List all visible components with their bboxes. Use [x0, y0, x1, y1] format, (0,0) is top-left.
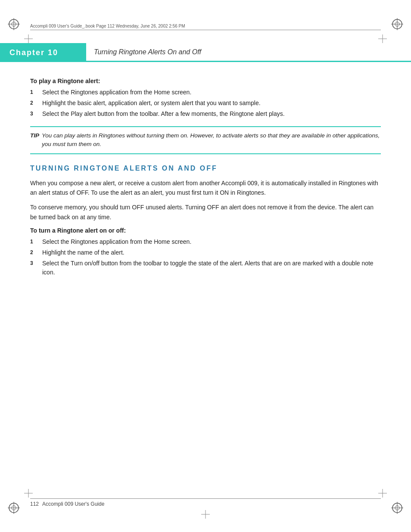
- crosshair-bl: [24, 489, 33, 498]
- play-section: To play a Ringtone alert: 1 Select the R…: [30, 78, 381, 118]
- footer-page-num: 112: [30, 501, 39, 507]
- play-step-3: 3 Select the Play alert button from the …: [30, 109, 381, 118]
- chapter-header: Chapter 10 Turning Ringtone Alerts On an…: [0, 43, 411, 62]
- step-num-2: 2: [30, 99, 38, 108]
- reg-mark-bl: [8, 502, 20, 514]
- play-step-3-text: Select the Play alert button from the to…: [42, 109, 285, 118]
- crosshair-tl: [24, 34, 33, 43]
- reg-mark-br: [391, 502, 403, 514]
- crosshair-tr: [378, 34, 387, 43]
- meta-line: Accompli 009 User's Guide_.book Page 112…: [30, 24, 381, 30]
- tip-box: TIP You can play alerts in Ringtones wit…: [30, 126, 381, 154]
- step-num-1: 1: [30, 88, 38, 97]
- play-step-2-text: Highlight the basic alert, application a…: [42, 99, 261, 108]
- play-steps-list: 1 Select the Ringtones application from …: [30, 88, 381, 118]
- turn-on-off-heading: To turn a Ringtone alert on or off:: [30, 227, 381, 234]
- play-section-heading: To play a Ringtone alert:: [30, 78, 381, 84]
- turn-step-num-3: 3: [30, 259, 38, 277]
- turning-section-heading: TURNING RINGTONE ALERTS ON AND OFF: [30, 165, 381, 172]
- reg-mark-tr: [391, 18, 403, 30]
- chapter-title: Turning Ringtone Alerts On and Off: [86, 43, 411, 62]
- turning-para-2: To conserve memory, you should turn OFF …: [30, 202, 381, 222]
- turning-section: TURNING RINGTONE ALERTS ON AND OFF When …: [30, 165, 381, 277]
- footer-title: Accompli 009 User's Guide: [42, 501, 104, 507]
- turn-step-1-text: Select the Ringtones application from th…: [42, 237, 191, 246]
- turn-step-3-text: Select the Turn on/off button from the t…: [42, 259, 381, 277]
- turn-step-2-text: Highlight the name of the alert.: [42, 248, 125, 257]
- turning-para-1: When you compose a new alert, or receive…: [30, 178, 381, 198]
- chapter-label: Chapter 10: [0, 43, 86, 62]
- reg-mark-tl: [8, 18, 20, 30]
- turn-steps-list: 1 Select the Ringtones application from …: [30, 237, 381, 277]
- crosshair-br: [378, 489, 387, 498]
- turn-step-num-1: 1: [30, 237, 38, 246]
- turn-step-3: 3 Select the Turn on/off button from the…: [30, 259, 381, 277]
- step-num-3: 3: [30, 109, 38, 118]
- main-content: To play a Ringtone alert: 1 Select the R…: [30, 78, 381, 480]
- play-step-2: 2 Highlight the basic alert, application…: [30, 99, 381, 108]
- footer: 112 Accompli 009 User's Guide: [30, 498, 381, 507]
- tip-label: TIP: [30, 131, 39, 149]
- turn-step-num-2: 2: [30, 248, 38, 257]
- play-step-1-text: Select the Ringtones application from th…: [42, 88, 191, 97]
- turn-step-1: 1 Select the Ringtones application from …: [30, 237, 381, 246]
- play-step-1: 1 Select the Ringtones application from …: [30, 88, 381, 97]
- tip-text: You can play alerts in Ringtones without…: [42, 131, 381, 149]
- meta-text: Accompli 009 User's Guide_.book Page 112…: [30, 24, 185, 28]
- crosshair-bottom-center: [201, 510, 210, 520]
- turn-step-2: 2 Highlight the name of the alert.: [30, 248, 381, 257]
